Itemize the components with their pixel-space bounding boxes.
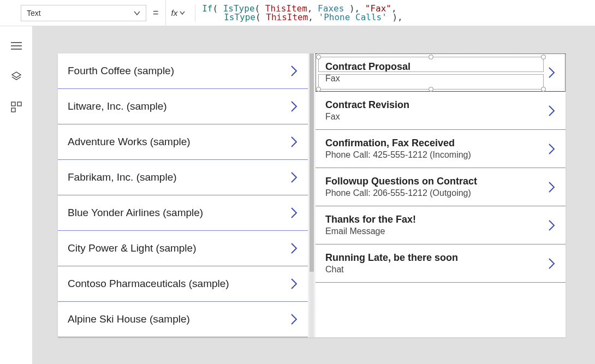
chevron-right-icon[interactable]	[290, 313, 298, 326]
activity-title: Running Late, be there soon	[325, 252, 548, 264]
property-label: Text	[27, 9, 41, 17]
app-preview: Fourth Coffee (sample)Litware, Inc. (sam…	[58, 53, 566, 337]
activity-item[interactable]: Thanks for the Fax!Email Message	[316, 206, 566, 244]
chevron-right-icon[interactable]	[548, 66, 556, 79]
account-title: City Power & Light (sample)	[68, 242, 290, 254]
chevron-right-icon[interactable]	[548, 104, 556, 117]
svg-rect-5	[17, 102, 21, 106]
chevron-right-icon[interactable]	[290, 100, 298, 113]
fx-label: fx	[171, 8, 186, 17]
activity-subtitle: Email Message	[325, 226, 548, 236]
layers-icon[interactable]	[10, 70, 23, 83]
account-item[interactable]: Adventure Works (sample)	[58, 124, 308, 160]
account-item[interactable]: Fourth Coffee (sample)	[58, 53, 308, 89]
svg-rect-4	[11, 102, 15, 106]
account-title: Alpine Ski House (sample)	[68, 313, 290, 325]
activity-subtitle: Fax	[325, 112, 548, 122]
account-item[interactable]: Fabrikam, Inc. (sample)	[58, 160, 308, 195]
activity-subtitle: Fax	[325, 74, 548, 83]
formula-bar: Text = fx If( IsType( ThisItem, Faxes ),…	[0, 0, 595, 26]
property-dropdown[interactable]: Text	[21, 5, 146, 21]
components-icon[interactable]	[10, 100, 23, 114]
chevron-right-icon[interactable]	[290, 206, 298, 219]
account-title: Adventure Works (sample)	[68, 136, 290, 148]
account-item[interactable]: Contoso Pharmaceuticals (sample)	[58, 266, 308, 302]
activity-subtitle: Phone Call: 206-555-1212 (Outgoing)	[325, 188, 548, 198]
activities-gallery[interactable]: Contract ProposalFaxContract RevisionFax…	[316, 53, 566, 337]
scrollbar-thumb[interactable]	[310, 53, 314, 272]
chevron-right-icon[interactable]	[548, 219, 556, 232]
account-item[interactable]: City Power & Light (sample)	[58, 231, 308, 266]
activity-title: Thanks for the Fax!	[325, 214, 548, 225]
chevron-right-icon[interactable]	[548, 142, 556, 156]
left-nav-rail	[0, 26, 33, 364]
svg-marker-3	[12, 72, 21, 77]
activity-title: Followup Questions on Contract	[325, 176, 548, 187]
scrollbar[interactable]	[308, 53, 316, 337]
activity-item[interactable]: Confirmation, Fax ReceivedPhone Call: 42…	[316, 130, 566, 168]
activity-subtitle: Phone Call: 425-555-1212 (Incoming)	[325, 150, 548, 160]
canvas-area: Fourth Coffee (sample)Litware, Inc. (sam…	[33, 26, 595, 364]
chevron-right-icon[interactable]	[548, 257, 556, 270]
account-title: Blue Yonder Airlines (sample)	[68, 207, 290, 219]
hamburger-icon[interactable]	[10, 39, 23, 52]
chevron-right-icon[interactable]	[290, 242, 298, 255]
chevron-right-icon[interactable]	[290, 171, 298, 184]
chevron-right-icon[interactable]	[290, 135, 298, 148]
account-title: Fourth Coffee (sample)	[68, 65, 290, 77]
activity-subtitle: Chat	[325, 265, 548, 275]
account-title: Litware, Inc. (sample)	[68, 100, 290, 112]
chevron-right-icon[interactable]	[548, 181, 556, 194]
account-title: Contoso Pharmaceuticals (sample)	[68, 278, 290, 290]
fx-dropdown[interactable]: fx	[165, 0, 191, 26]
account-item[interactable]: Alpine Ski House (sample)	[58, 302, 308, 337]
accounts-gallery[interactable]: Fourth Coffee (sample)Litware, Inc. (sam…	[58, 53, 308, 337]
activity-item[interactable]: Contract RevisionFax	[316, 92, 566, 130]
formula-input[interactable]: If( IsType( ThisItem, Faxes ), "Fax", Is…	[195, 4, 595, 22]
activity-title: Contract Revision	[325, 99, 548, 111]
activity-title: Confirmation, Fax Received	[325, 138, 548, 149]
equals-sign: =	[153, 7, 159, 19]
account-item[interactable]: Litware, Inc. (sample)	[58, 89, 308, 124]
chevron-down-icon	[180, 10, 185, 16]
activity-item[interactable]: Contract ProposalFax	[316, 53, 566, 92]
activity-item[interactable]: Followup Questions on ContractPhone Call…	[316, 168, 566, 206]
svg-rect-6	[11, 108, 15, 112]
activity-title: Contract Proposal	[325, 61, 548, 73]
account-item[interactable]: Blue Yonder Airlines (sample)	[58, 195, 308, 231]
activity-item[interactable]: Running Late, be there soonChat	[316, 244, 566, 283]
chevron-right-icon[interactable]	[290, 277, 298, 290]
chevron-down-icon	[134, 10, 140, 16]
account-title: Fabrikam, Inc. (sample)	[68, 171, 290, 183]
chevron-right-icon[interactable]	[290, 64, 298, 77]
